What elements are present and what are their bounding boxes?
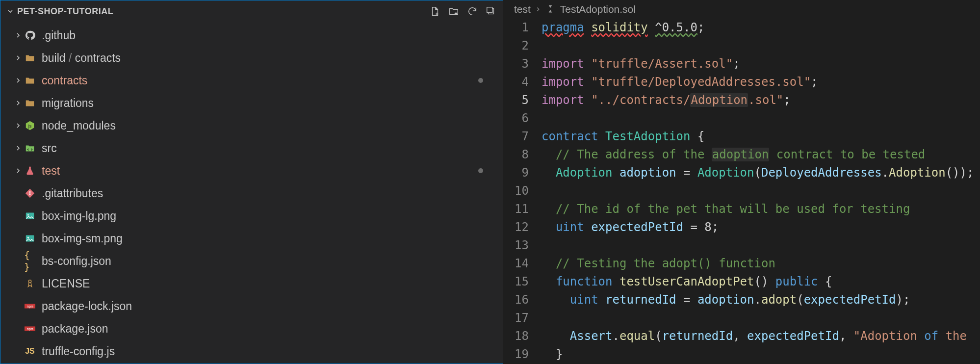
breadcrumb-seg1[interactable]: test: [514, 3, 531, 15]
chevron-right-icon[interactable]: [12, 54, 24, 62]
breadcrumb-seg2[interactable]: TestAdoption.sol: [560, 3, 636, 15]
tree-item-label: migrations: [42, 97, 94, 110]
tree-item-label: .github: [42, 29, 76, 42]
chevron-down-icon: [6, 7, 14, 15]
code-content[interactable]: pragma solidity ^0.5.0; import "truffle/…: [542, 19, 980, 364]
chevron-right-icon[interactable]: [12, 31, 24, 39]
chevron-right-icon[interactable]: [12, 167, 24, 175]
tree-item[interactable]: npmpackage-lock.json: [0, 295, 503, 317]
line-number: 5: [503, 91, 529, 109]
line-number: 11: [503, 200, 529, 218]
refresh-icon[interactable]: [466, 5, 478, 17]
new-folder-icon[interactable]: [448, 5, 460, 17]
chevron-right-icon[interactable]: [12, 144, 24, 152]
tree-item-label: truffle-config.js: [42, 345, 115, 358]
line-number: 10: [503, 182, 529, 200]
code-line[interactable]: [542, 37, 980, 55]
line-number: 13: [503, 236, 529, 255]
chevron-right-icon[interactable]: [12, 77, 24, 84]
tree-item[interactable]: build / contracts: [0, 47, 503, 69]
line-number: 9: [503, 164, 529, 182]
chevron-right-icon[interactable]: [12, 122, 24, 130]
code-line[interactable]: contract TestAdoption {: [542, 128, 980, 146]
line-number: 17: [503, 309, 529, 327]
code-line[interactable]: import "truffle/Assert.sol";: [542, 55, 980, 73]
line-number: 1: [503, 19, 529, 37]
test-icon: [24, 165, 36, 177]
line-number: 19: [503, 345, 529, 364]
project-header[interactable]: PET-SHOP-TUTORIAL: [0, 0, 503, 22]
tree-item[interactable]: src: [0, 137, 503, 159]
tree-item[interactable]: .github: [0, 24, 503, 47]
tree-item-label: LICENSE: [42, 277, 90, 290]
file-tree: .githubbuild / contractscontractsmigrati…: [0, 22, 503, 364]
modified-dot-icon: [478, 168, 483, 173]
tree-item-label: package-lock.json: [42, 300, 132, 313]
tree-item[interactable]: JStruffle-config.js: [0, 340, 503, 363]
code-line[interactable]: function testUserCanAdoptPet() public {: [542, 273, 980, 291]
line-number: 14: [503, 255, 529, 273]
code-line[interactable]: import "../contracts/Adoption.sol";: [542, 91, 980, 109]
line-number: 2: [503, 37, 529, 55]
code-line[interactable]: pragma solidity ^0.5.0;: [542, 19, 980, 37]
tree-item-label: box-img-lg.png: [42, 209, 116, 223]
github-icon: [24, 29, 36, 41]
folder-icon: [24, 52, 36, 64]
svg-text:npm: npm: [26, 327, 33, 331]
code-line[interactable]: // The id of the pet that will be used f…: [542, 200, 980, 218]
code-line[interactable]: [542, 182, 980, 200]
code-line[interactable]: // Testing the adopt() function: [542, 255, 980, 273]
sidebar-actions: [429, 5, 497, 17]
tree-item[interactable]: test: [0, 159, 503, 182]
tree-item[interactable]: .gitattributes: [0, 182, 503, 205]
tree-item[interactable]: contracts: [0, 69, 503, 92]
tree-item[interactable]: box-img-sm.png: [0, 227, 503, 250]
tree-item[interactable]: migrations: [0, 92, 503, 114]
code-line[interactable]: }: [542, 345, 980, 364]
img-icon: [24, 210, 36, 222]
tree-item[interactable]: LICENSE: [0, 272, 503, 295]
svg-point-8: [27, 237, 29, 238]
js-icon: JS: [24, 345, 36, 357]
modified-dot-icon: [478, 78, 483, 83]
chevron-right-icon[interactable]: [12, 99, 24, 107]
code-line[interactable]: uint returnedId = adoption.adopt(expecte…: [542, 291, 980, 309]
npm-icon: npm: [24, 323, 36, 335]
tree-item-label: box-img-sm.png: [42, 232, 123, 245]
solidity-file-icon: [545, 4, 556, 15]
line-number: 8: [503, 146, 529, 164]
line-number: 15: [503, 273, 529, 291]
tree-item[interactable]: { }bs-config.json: [0, 250, 503, 272]
breadcrumb[interactable]: test TestAdoption.sol: [503, 0, 980, 19]
code-editor[interactable]: 12345678910111213141516171819 pragma sol…: [503, 19, 980, 364]
tree-item-label: .gitattributes: [42, 187, 103, 200]
tree-item[interactable]: jsnode_modules: [0, 114, 503, 137]
git-icon: [24, 187, 36, 199]
code-line[interactable]: Assert.equal(returnedId, expectedPetId, …: [542, 327, 980, 345]
code-line[interactable]: import "truffle/DeployedAddresses.sol";: [542, 73, 980, 91]
tree-item-label: package.json: [42, 322, 108, 336]
folder-icon: [24, 97, 36, 109]
code-line[interactable]: [542, 236, 980, 255]
npm-icon: npm: [24, 300, 36, 312]
project-title: PET-SHOP-TUTORIAL: [17, 6, 113, 17]
new-file-icon[interactable]: [429, 5, 441, 17]
tree-item[interactable]: box-img-lg.png: [0, 205, 503, 227]
collapse-all-icon[interactable]: [485, 5, 497, 17]
tree-item[interactable]: npmpackage.json: [0, 317, 503, 340]
code-line[interactable]: // The address of the adoption contract …: [542, 146, 980, 164]
line-number: 4: [503, 73, 529, 91]
folder-icon: [24, 75, 36, 86]
editor-panel: test TestAdoption.sol 123456789101112131…: [503, 0, 980, 364]
line-number: 16: [503, 291, 529, 309]
img-icon: [24, 233, 36, 244]
code-line[interactable]: [542, 309, 980, 327]
line-number: 18: [503, 327, 529, 345]
svg-point-6: [27, 214, 29, 216]
tree-item-label: bs-config.json: [42, 255, 111, 268]
code-line[interactable]: [542, 109, 980, 128]
license-icon: [24, 278, 36, 289]
svg-rect-1: [487, 7, 492, 13]
code-line[interactable]: uint expectedPetId = 8;: [542, 218, 980, 236]
code-line[interactable]: Adoption adoption = Adoption(DeployedAdd…: [542, 164, 980, 182]
